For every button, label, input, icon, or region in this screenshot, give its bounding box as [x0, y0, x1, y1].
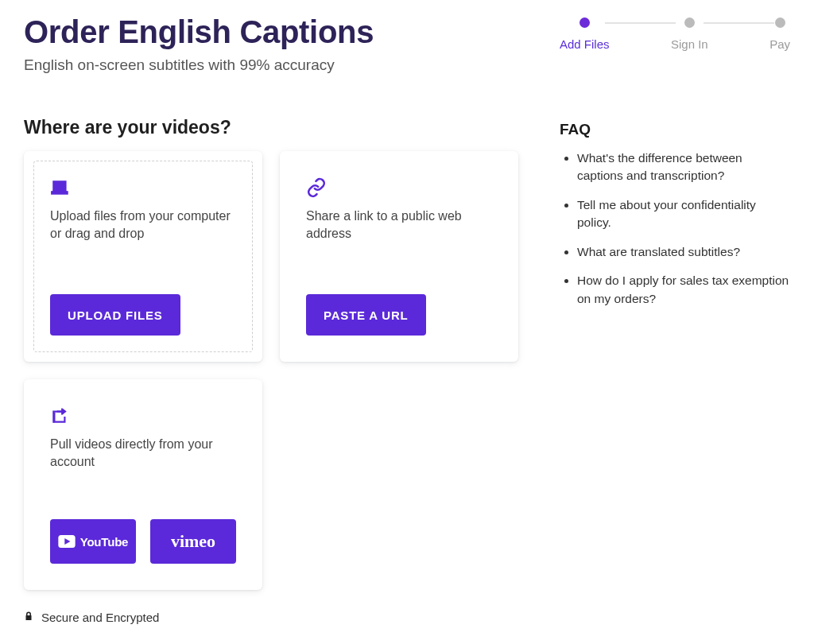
step-label: Add Files — [560, 37, 610, 51]
secure-text: Secure and Encrypted — [41, 611, 159, 624]
share-out-icon — [50, 405, 236, 428]
url-desc: Share a link to a public web address — [306, 208, 492, 243]
faq-list: What's the difference between captions a… — [560, 149, 790, 308]
paste-url-button[interactable]: Paste a URL — [306, 294, 426, 336]
progress-stepper: Add Files Sign In Pay — [560, 14, 790, 51]
url-card: Share a link to a public web address Pas… — [280, 151, 518, 362]
link-icon — [306, 177, 492, 200]
step-bar — [704, 22, 774, 24]
step-add-files[interactable]: Add Files — [560, 17, 610, 51]
step-dot-icon — [684, 17, 695, 28]
faq-item[interactable]: What's the difference between captions a… — [577, 149, 790, 185]
faq-item[interactable]: Tell me about your confidentiality polic… — [577, 196, 790, 232]
lock-icon — [24, 611, 33, 624]
step-sign-in[interactable]: Sign In — [671, 17, 708, 51]
page-tagline: English on-screen subtitles with 99% acc… — [24, 56, 528, 74]
step-pay[interactable]: Pay — [769, 17, 790, 51]
faq-item[interactable]: What are translated subtitles? — [577, 243, 790, 261]
upload-desc: Upload files from your computer or drag … — [50, 208, 236, 243]
laptop-icon — [50, 177, 236, 200]
vimeo-button[interactable]: vimeo — [150, 519, 236, 564]
step-dot-icon — [775, 17, 785, 28]
svg-rect-1 — [52, 191, 68, 192]
step-dot-icon — [579, 17, 590, 28]
faq-title: FAQ — [560, 121, 790, 138]
page-title: Order English Captions — [24, 14, 528, 50]
step-label: Sign In — [671, 37, 708, 51]
secure-note: Secure and Encrypted — [24, 611, 528, 624]
faq-item[interactable]: How do I apply for sales tax exemption o… — [577, 272, 790, 308]
section-title: Where are your videos? — [24, 117, 528, 138]
pull-card: Pull videos directly from your account Y… — [24, 379, 262, 590]
step-bar — [605, 22, 676, 24]
upload-card[interactable]: Upload files from your computer or drag … — [24, 151, 262, 362]
youtube-button[interactable]: YouTube — [50, 519, 136, 564]
upload-files-button[interactable]: Upload Files — [50, 294, 180, 336]
pull-desc: Pull videos directly from your account — [50, 436, 236, 471]
step-label: Pay — [769, 37, 790, 51]
svg-rect-0 — [53, 181, 65, 190]
youtube-label: YouTube — [80, 535, 129, 549]
vimeo-label: vimeo — [171, 531, 215, 552]
